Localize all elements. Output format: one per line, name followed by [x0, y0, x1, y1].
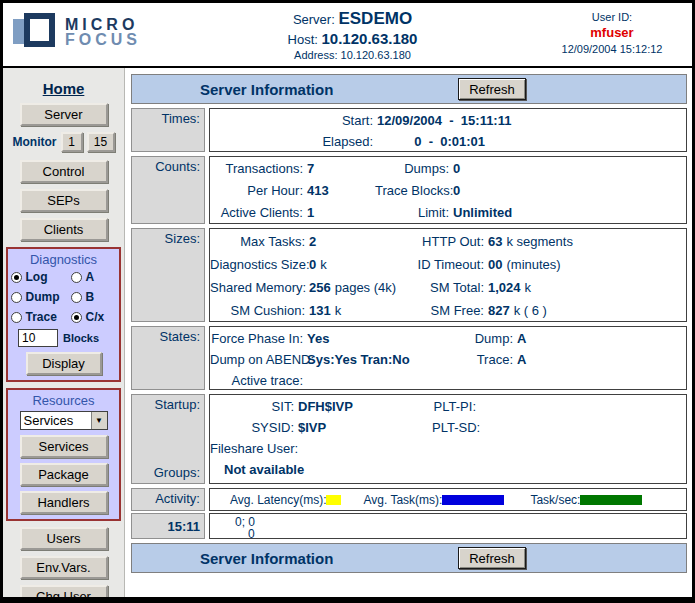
radio-option-b[interactable]: B	[71, 290, 117, 304]
sizes-row: Sizes: Max Tasks: 2 HTTP Out: 63k segmen…	[131, 228, 687, 322]
max-tasks-label: Max Tasks:	[210, 230, 309, 253]
monitor-15-button[interactable]: 15	[87, 132, 115, 152]
fileshare-user-value	[298, 438, 432, 459]
task-per-sec-label: Task/sec:	[530, 493, 580, 507]
server-label: Server:	[293, 12, 335, 27]
activity-label: Activity:	[131, 488, 205, 511]
page-title: Server Information	[200, 81, 333, 98]
avg-latency-swatch	[326, 495, 341, 505]
radio-option-trace[interactable]: Trace	[11, 310, 71, 324]
diagnostics-panel: Diagnostics Log A Dump	[6, 247, 121, 382]
dump-on-abend-label: Dump on ABEND:	[210, 349, 307, 370]
counts-row: Counts: Transactions: 7 Dumps: 0 Per Hou…	[131, 156, 687, 224]
sizes-label: Sizes:	[131, 228, 205, 322]
display-button[interactable]: Display	[26, 352, 102, 375]
control-button[interactable]: Control	[20, 160, 108, 183]
dumps-value: 0	[453, 158, 686, 180]
trace-blocks-value: 0	[453, 180, 686, 202]
monitor-label: Monitor	[13, 135, 57, 149]
radio-trace-icon[interactable]	[11, 312, 22, 323]
radio-b-icon[interactable]	[71, 292, 82, 303]
package-button[interactable]: Package	[20, 463, 108, 486]
limit-value: Unlimited	[453, 202, 686, 224]
sm-cushion-label: SM Cushion:	[210, 299, 309, 322]
seps-button[interactable]: SEPs	[20, 189, 108, 212]
diagnostics-radio-group: Log A Dump B	[10, 270, 117, 324]
resources-title: Resources	[10, 393, 117, 408]
radio-option-cx[interactable]: C/x	[71, 310, 117, 324]
sm-free-label: SM Free:	[412, 299, 488, 322]
main-content: Server Information Refresh Times: Start:…	[125, 68, 692, 597]
diagnostics-title: Diagnostics	[10, 252, 117, 267]
handlers-button[interactable]: Handlers	[20, 491, 108, 514]
sm-cushion-value: 131k	[309, 299, 412, 322]
address-label: Address:	[294, 49, 337, 61]
micro-focus-logo: MICRO FOCUS	[13, 11, 173, 53]
states-row: States: Force Phase In: Yes Dump: A Dump…	[131, 326, 687, 390]
max-tasks-value: 2	[309, 230, 412, 253]
sm-total-value: 1,024k	[488, 276, 686, 299]
blocks-input[interactable]	[18, 329, 58, 347]
server-button[interactable]: Server	[20, 103, 108, 126]
host-label: Host:	[288, 32, 318, 47]
plt-sd-value	[480, 417, 686, 438]
per-hour-value: 413	[307, 180, 375, 202]
radio-option-log[interactable]: Log	[11, 270, 71, 284]
radio-option-dump[interactable]: Dump	[11, 290, 71, 304]
sit-label: SIT:	[210, 396, 298, 417]
resources-select[interactable]: Services ▼	[20, 411, 108, 430]
dump-state-value: A	[517, 328, 686, 349]
trace-state-value: A	[517, 349, 686, 370]
trace-state-label: Trace:	[457, 349, 517, 370]
dump-on-abend-value: Sys:Yes Tran:No	[307, 349, 457, 370]
counts-label: Counts:	[131, 156, 205, 224]
logo-word-micro: MICRO	[65, 17, 141, 32]
active-trace-value	[307, 370, 457, 391]
services-button[interactable]: Services	[20, 435, 108, 458]
host-value: 10.120.63.180	[322, 30, 418, 47]
sidebar: Home Server Monitor 1 15 Control SEPs Cl…	[3, 68, 125, 597]
bottom-title-band: Server Information Refresh	[131, 543, 687, 573]
dump-state-label: Dump:	[457, 328, 517, 349]
monitor-row: Monitor 1 15	[3, 132, 124, 152]
address-value: 10.120.63.180	[341, 49, 411, 61]
sysid-label: SYSID:	[210, 417, 298, 438]
startup-label: Startup:	[154, 397, 200, 412]
activity-legend: Avg. Latency(ms): Avg. Task(ms): Task/se…	[210, 490, 686, 509]
task-per-sec-swatch	[580, 495, 642, 505]
diagnostics-size-label: Diagnostics Size:	[210, 253, 309, 276]
blocks-row: Blocks	[18, 329, 117, 347]
force-phase-in-value: Yes	[307, 328, 457, 349]
user-id-value: mfuser	[532, 25, 692, 40]
http-out-value: 63k segments	[488, 230, 686, 253]
home-link[interactable]: Home	[43, 80, 85, 97]
diagnostics-size-value: 0k	[309, 253, 412, 276]
avg-latency-label: Avg. Latency(ms):	[230, 493, 326, 507]
envvars-button[interactable]: Env.Vars.	[20, 556, 108, 579]
page-header: MICRO FOCUS Server: ESDEMO Host: 10.120.…	[3, 3, 692, 68]
chguser-button[interactable]: Chg.User	[20, 585, 108, 597]
users-button[interactable]: Users	[20, 527, 108, 550]
radio-dump-icon[interactable]	[11, 292, 22, 303]
avg-task-label: Avg. Task(ms):	[363, 493, 442, 507]
clients-button[interactable]: Clients	[20, 218, 108, 241]
top-title-band: Server Information Refresh	[131, 74, 687, 104]
radio-log-icon[interactable]	[11, 272, 22, 283]
sample-time-label: 15:11	[131, 513, 205, 539]
sm-total-label: SM Total:	[412, 276, 488, 299]
activity-row: Activity: Avg. Latency(ms): Avg. Task(ms…	[131, 488, 687, 511]
active-clients-label: Active Clients:	[210, 202, 307, 224]
refresh-button[interactable]: Refresh	[458, 78, 526, 100]
shared-memory-label: Shared Memory:	[210, 276, 309, 299]
radio-cx-icon[interactable]	[71, 312, 82, 323]
http-out-label: HTTP Out:	[412, 230, 488, 253]
activity-sample-row: 15:11 0; 0 0	[131, 513, 687, 539]
blocks-label: Blocks	[63, 332, 99, 344]
radio-option-a[interactable]: A	[71, 270, 117, 284]
plt-pi-label: PLT-PI:	[432, 396, 480, 417]
monitor-1-button[interactable]: 1	[61, 132, 83, 152]
radio-a-icon[interactable]	[71, 272, 82, 283]
chevron-down-icon[interactable]: ▼	[91, 412, 107, 429]
force-phase-in-label: Force Phase In:	[210, 328, 307, 349]
refresh-button-bottom[interactable]: Refresh	[458, 547, 526, 569]
